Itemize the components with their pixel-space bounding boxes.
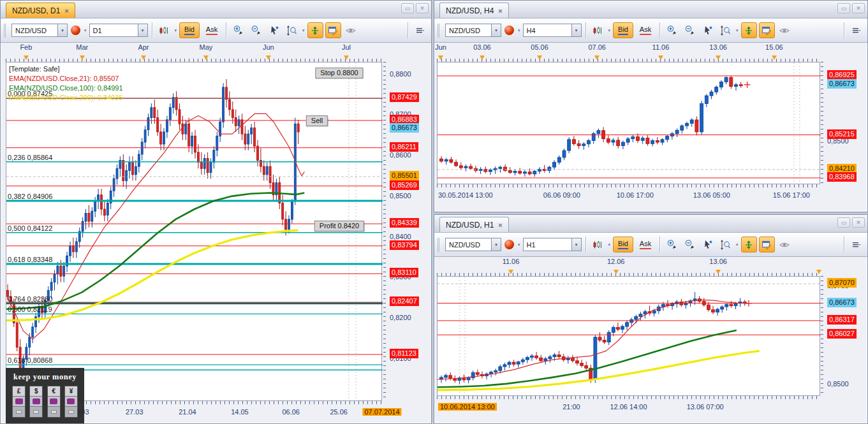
restore-button[interactable]: ▭ [837,3,850,13]
symbol-select[interactable]: NZD/USD ▾ [445,238,501,251]
chart-plot-area[interactable] [437,276,820,396]
price-scale-label: 0,8200 [390,313,411,323]
chart-legend: [Template: Safe] EMA(NZD/USD.Close,21): … [9,64,123,103]
candlestick-chart[interactable] [438,277,821,397]
chevron-down-icon[interactable]: ▾ [138,24,147,36]
zoom-out-button[interactable] [682,22,698,38]
close-button[interactable]: ✕ [852,217,865,228]
zoom-region-button[interactable] [717,22,733,38]
time-axis-label: 11.06 [503,258,520,265]
bid-button[interactable]: Bid [179,22,200,38]
chart-editor-button[interactable] [325,22,341,38]
bid-button[interactable]: Bid [613,22,633,38]
trade-order-label[interactable]: Profit 0.8420 [314,221,364,231]
zoom-region-button[interactable] [717,237,733,252]
timeframe-select[interactable]: H4 ▾ [523,24,582,37]
time-axis-label: Feb [20,43,32,51]
toolbar-menu-button[interactable] [848,22,864,38]
instrument-dropdown-icon[interactable]: ▾ [517,28,521,33]
time-ruler-top[interactable] [6,55,382,62]
chart-editor-button[interactable] [759,237,775,252]
timeframe-select[interactable]: D1 ▾ [89,24,148,37]
fit-vertical-icon [310,26,320,36]
tab-nzdusd-h1[interactable]: NZD/USD, H1 × [439,217,509,232]
chevron-down-icon[interactable]: ▾ [571,24,581,36]
tab-close-icon[interactable]: × [498,7,502,15]
chart-plot-area[interactable]: [Template: Safe] EMA(NZD/USD.Close,21): … [6,62,382,401]
candlestick-chart[interactable] [438,62,821,185]
zoom-region-dropdown-icon[interactable]: ▾ [302,28,305,33]
time-ruler-top[interactable] [437,55,820,62]
cursor-button[interactable] [700,22,716,38]
tab-nzdusd-h4[interactable]: NZD/USD, H4 × [439,3,509,18]
toolbar-grip[interactable] [438,238,441,252]
zoom-out-button[interactable] [248,22,264,38]
bid-button[interactable]: Bid [613,237,633,252]
time-ruler-bottom[interactable] [437,184,820,191]
visibility-button[interactable] [777,22,793,38]
chart-type-button[interactable] [590,22,606,38]
close-button[interactable]: ✕ [852,3,865,13]
cursor-button[interactable] [700,237,716,252]
cursor-button[interactable] [266,22,282,38]
bid-label: Bid [618,26,628,35]
tab-label: NZD/USD, D1 [12,6,60,15]
toolbar-grip[interactable] [438,24,441,38]
chart-type-dropdown-icon[interactable]: ▾ [608,28,612,33]
restore-button[interactable]: ▭ [401,3,414,13]
zoom-in-button[interactable] [664,22,680,38]
trade-order-label[interactable]: Stop 0.8800 [315,68,363,78]
visibility-button[interactable] [777,237,793,252]
zoom-in-button[interactable] [230,22,246,38]
time-axis-label: 25.06 [330,408,348,416]
instrument-dropdown-icon[interactable]: ▾ [84,28,87,33]
timeframe-value: D1 [90,27,138,34]
chart-plot-area[interactable] [437,62,820,184]
chevron-down-icon[interactable]: ▾ [571,238,581,251]
fit-vertical-button[interactable] [741,22,757,38]
toolbar-menu-button[interactable] [412,22,428,38]
legend-ema100: EMA(NZD/USD.Close,100): 0,84991 [9,84,123,93]
timeframe-select[interactable]: H1 ▾ [523,238,582,251]
price-ruler[interactable] [821,276,825,396]
price-ruler[interactable] [821,62,825,184]
zoom-in-button[interactable] [664,237,680,252]
price-level-badge: 0,86027 [827,329,857,339]
time-ruler-top[interactable] [437,270,820,276]
ask-button[interactable]: Ask [202,22,222,38]
reel-footer [65,407,77,417]
zoom-region-dropdown-icon[interactable]: ▾ [735,242,739,247]
zoom-out-button[interactable] [682,237,698,252]
chevron-down-icon[interactable]: ▾ [491,24,501,36]
symbol-select[interactable]: NZD/USD ▾ [445,24,501,37]
symbol-select[interactable]: NZD/USD ▾ [11,24,68,37]
zoom-region-dropdown-icon[interactable]: ▾ [735,28,739,33]
price-ruler[interactable] [383,62,387,401]
trade-order-label[interactable]: Sell [306,115,328,126]
visibility-button[interactable] [343,22,359,38]
chart-type-button[interactable] [156,22,172,38]
ask-button[interactable]: Ask [635,237,656,252]
candlestick-chart[interactable] [6,62,383,402]
zoom-region-button[interactable] [284,22,300,38]
fit-vertical-button[interactable] [741,237,757,252]
tab-close-icon[interactable]: × [498,221,502,229]
close-button[interactable]: ✕ [416,3,429,13]
chevron-down-icon[interactable]: ▾ [57,24,67,36]
reel-icon [65,397,77,407]
chart-editor-button[interactable] [759,22,775,38]
ask-button[interactable]: Ask [635,22,656,38]
time-ruler-bottom[interactable] [437,396,820,402]
instrument-dropdown-icon[interactable]: ▾ [517,242,521,247]
tab-nzdusd-d1[interactable]: NZD/USD, D1 × [6,3,75,18]
restore-button[interactable]: ▭ [837,217,850,228]
chevron-down-icon[interactable]: ▾ [491,238,501,251]
toolbar-grip[interactable] [4,24,8,38]
toolbar-menu-button[interactable] [848,237,864,252]
chart-type-button[interactable] [590,237,606,252]
tab-bar: NZD/USD, H1 × ▭ ✕ [434,215,867,233]
fit-vertical-button[interactable] [307,22,323,38]
chart-type-dropdown-icon[interactable]: ▾ [174,28,178,33]
tab-close-icon[interactable]: × [64,7,68,15]
chart-type-dropdown-icon[interactable]: ▾ [608,242,612,247]
